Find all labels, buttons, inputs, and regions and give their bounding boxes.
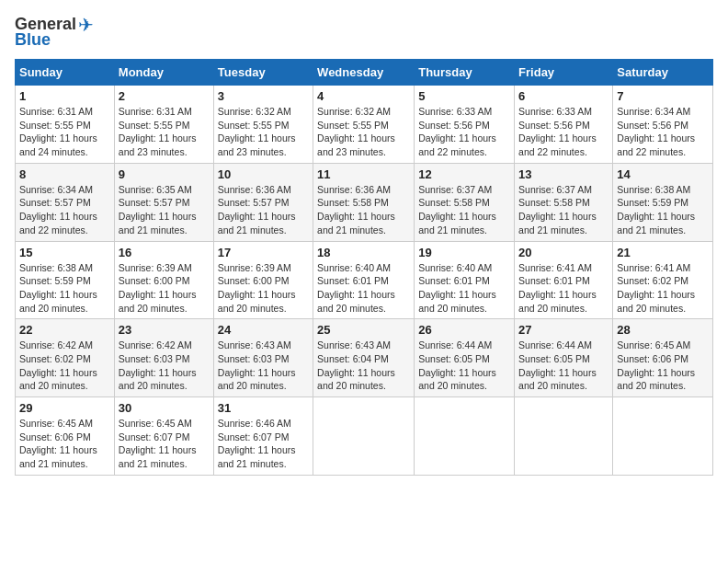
day-number: 31 [218, 401, 309, 415]
calendar-header-monday: Monday [114, 60, 213, 86]
day-number: 22 [19, 323, 110, 337]
calendar-day-27: 27 Sunrise: 6:44 AMSunset: 6:05 PMDaylig… [515, 319, 613, 397]
day-info: Sunrise: 6:45 AMSunset: 6:06 PMDaylight:… [19, 418, 97, 469]
day-info: Sunrise: 6:39 AMSunset: 6:00 PMDaylight:… [119, 262, 197, 314]
calendar-day-31: 31 Sunrise: 6:46 AMSunset: 6:07 PMDaylig… [213, 397, 313, 476]
logo-bird-icon: ✈ [78, 16, 94, 34]
calendar-day-2: 2 Sunrise: 6:31 AMSunset: 5:55 PMDayligh… [114, 86, 213, 164]
day-info: Sunrise: 6:45 AMSunset: 6:06 PMDaylight:… [617, 339, 695, 391]
day-info: Sunrise: 6:36 AMSunset: 5:57 PMDaylight:… [218, 184, 296, 236]
day-info: Sunrise: 6:39 AMSunset: 6:00 PMDaylight:… [218, 262, 296, 314]
day-info: Sunrise: 6:42 AMSunset: 6:03 PMDaylight:… [119, 339, 197, 391]
day-info: Sunrise: 6:45 AMSunset: 6:07 PMDaylight:… [119, 418, 197, 469]
calendar-day-17: 17 Sunrise: 6:39 AMSunset: 6:00 PMDaylig… [213, 241, 313, 319]
day-info: Sunrise: 6:33 AMSunset: 5:56 PMDaylight:… [518, 106, 597, 157]
calendar-day-22: 22 Sunrise: 6:42 AMSunset: 6:02 PMDaylig… [16, 319, 115, 397]
calendar-day-7: 7 Sunrise: 6:34 AMSunset: 5:56 PMDayligh… [613, 86, 713, 164]
day-info: Sunrise: 6:40 AMSunset: 6:01 PMDaylight:… [317, 262, 395, 314]
calendar-week-4: 22 Sunrise: 6:42 AMSunset: 6:02 PMDaylig… [16, 319, 713, 397]
day-number: 16 [119, 246, 210, 259]
day-number: 11 [317, 167, 410, 181]
logo: General ✈ Blue [15, 15, 94, 50]
calendar-day-14: 14 Sunrise: 6:38 AMSunset: 5:59 PMDaylig… [613, 163, 713, 241]
day-number: 17 [218, 246, 309, 259]
calendar-day-3: 3 Sunrise: 6:32 AMSunset: 5:55 PMDayligh… [213, 86, 313, 164]
day-number: 20 [518, 246, 609, 259]
calendar-day-15: 15 Sunrise: 6:38 AMSunset: 5:59 PMDaylig… [16, 241, 115, 319]
day-info: Sunrise: 6:44 AMSunset: 6:05 PMDaylight:… [418, 339, 496, 391]
day-number: 27 [518, 323, 609, 337]
day-info: Sunrise: 6:35 AMSunset: 5:57 PMDaylight:… [119, 184, 197, 236]
day-info: Sunrise: 6:41 AMSunset: 6:02 PMDaylight:… [617, 262, 695, 314]
day-info: Sunrise: 6:41 AMSunset: 6:01 PMDaylight:… [518, 262, 597, 314]
calendar-day-29: 29 Sunrise: 6:45 AMSunset: 6:06 PMDaylig… [16, 397, 115, 476]
calendar-day-26: 26 Sunrise: 6:44 AMSunset: 6:05 PMDaylig… [415, 319, 515, 397]
day-info: Sunrise: 6:43 AMSunset: 6:03 PMDaylight:… [218, 339, 296, 391]
calendar-week-1: 1 Sunrise: 6:31 AMSunset: 5:55 PMDayligh… [16, 86, 713, 164]
day-info: Sunrise: 6:44 AMSunset: 6:05 PMDaylight:… [518, 339, 597, 391]
calendar-day-10: 10 Sunrise: 6:36 AMSunset: 5:57 PMDaylig… [213, 163, 313, 241]
calendar-day-18: 18 Sunrise: 6:40 AMSunset: 6:01 PMDaylig… [313, 241, 415, 319]
day-info: Sunrise: 6:37 AMSunset: 5:58 PMDaylight:… [518, 184, 597, 236]
day-number: 25 [317, 323, 410, 337]
calendar-day-4: 4 Sunrise: 6:32 AMSunset: 5:55 PMDayligh… [313, 86, 415, 164]
day-number: 23 [119, 323, 210, 337]
calendar-day-30: 30 Sunrise: 6:45 AMSunset: 6:07 PMDaylig… [114, 397, 213, 476]
day-info: Sunrise: 6:34 AMSunset: 5:57 PMDaylight:… [19, 184, 97, 236]
day-info: Sunrise: 6:36 AMSunset: 5:58 PMDaylight:… [317, 184, 395, 236]
calendar-day-6: 6 Sunrise: 6:33 AMSunset: 5:56 PMDayligh… [515, 86, 613, 164]
day-info: Sunrise: 6:31 AMSunset: 5:55 PMDaylight:… [19, 106, 97, 157]
day-number: 1 [19, 89, 110, 103]
calendar-header-tuesday: Tuesday [213, 60, 313, 86]
day-number: 13 [518, 167, 609, 181]
calendar-header-sunday: Sunday [16, 60, 115, 86]
day-number: 29 [19, 401, 110, 415]
page-header: General ✈ Blue [15, 15, 713, 50]
day-info: Sunrise: 6:37 AMSunset: 5:58 PMDaylight:… [418, 184, 496, 236]
calendar-day-16: 16 Sunrise: 6:39 AMSunset: 6:00 PMDaylig… [114, 241, 213, 319]
calendar-day-12: 12 Sunrise: 6:37 AMSunset: 5:58 PMDaylig… [415, 163, 515, 241]
day-info: Sunrise: 6:34 AMSunset: 5:56 PMDaylight:… [617, 106, 695, 157]
calendar-header-wednesday: Wednesday [313, 60, 415, 86]
calendar-day-8: 8 Sunrise: 6:34 AMSunset: 5:57 PMDayligh… [16, 163, 115, 241]
empty-cell [313, 397, 415, 476]
calendar-day-11: 11 Sunrise: 6:36 AMSunset: 5:58 PMDaylig… [313, 163, 415, 241]
empty-cell [613, 397, 713, 476]
calendar-day-19: 19 Sunrise: 6:40 AMSunset: 6:01 PMDaylig… [415, 241, 515, 319]
day-info: Sunrise: 6:46 AMSunset: 6:07 PMDaylight:… [218, 418, 296, 469]
calendar-day-13: 13 Sunrise: 6:37 AMSunset: 5:58 PMDaylig… [515, 163, 613, 241]
day-number: 6 [518, 89, 609, 103]
day-number: 3 [218, 89, 309, 103]
calendar-day-1: 1 Sunrise: 6:31 AMSunset: 5:55 PMDayligh… [16, 86, 115, 164]
calendar-week-2: 8 Sunrise: 6:34 AMSunset: 5:57 PMDayligh… [16, 163, 713, 241]
day-number: 8 [19, 167, 110, 181]
calendar-day-25: 25 Sunrise: 6:43 AMSunset: 6:04 PMDaylig… [313, 319, 415, 397]
calendar-day-24: 24 Sunrise: 6:43 AMSunset: 6:03 PMDaylig… [213, 319, 313, 397]
day-number: 28 [617, 323, 709, 337]
day-info: Sunrise: 6:38 AMSunset: 5:59 PMDaylight:… [617, 184, 695, 236]
day-number: 19 [418, 246, 510, 259]
empty-cell [515, 397, 613, 476]
day-info: Sunrise: 6:43 AMSunset: 6:04 PMDaylight:… [317, 339, 395, 391]
day-number: 26 [418, 323, 510, 337]
day-number: 5 [418, 89, 510, 103]
calendar-day-23: 23 Sunrise: 6:42 AMSunset: 6:03 PMDaylig… [114, 319, 213, 397]
empty-cell [415, 397, 515, 476]
calendar-day-5: 5 Sunrise: 6:33 AMSunset: 5:56 PMDayligh… [415, 86, 515, 164]
day-number: 21 [617, 246, 709, 259]
calendar-header-friday: Friday [515, 60, 613, 86]
calendar-week-5: 29 Sunrise: 6:45 AMSunset: 6:06 PMDaylig… [16, 397, 713, 476]
day-number: 10 [218, 167, 309, 181]
day-number: 14 [617, 167, 709, 181]
calendar-day-28: 28 Sunrise: 6:45 AMSunset: 6:06 PMDaylig… [613, 319, 713, 397]
day-number: 24 [218, 323, 309, 337]
calendar-header-saturday: Saturday [613, 60, 713, 86]
day-info: Sunrise: 6:31 AMSunset: 5:55 PMDaylight:… [119, 106, 197, 157]
day-number: 4 [317, 89, 410, 103]
calendar-table: SundayMondayTuesdayWednesdayThursdayFrid… [15, 59, 713, 476]
day-number: 12 [418, 167, 510, 181]
calendar-day-20: 20 Sunrise: 6:41 AMSunset: 6:01 PMDaylig… [515, 241, 613, 319]
day-number: 2 [119, 89, 210, 103]
day-number: 15 [19, 246, 110, 259]
calendar-week-3: 15 Sunrise: 6:38 AMSunset: 5:59 PMDaylig… [16, 241, 713, 319]
